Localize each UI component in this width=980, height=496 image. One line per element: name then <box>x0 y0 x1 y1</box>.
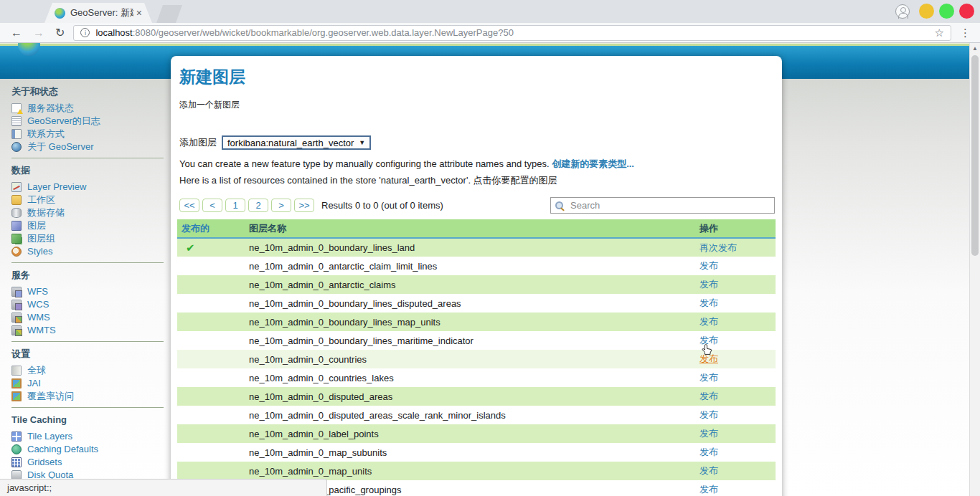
table-row[interactable]: ne_10m_admin_0_disputed_areas_scale_rank… <box>177 406 776 424</box>
page-info-icon[interactable]: i <box>80 28 90 37</box>
pager-button[interactable]: > <box>271 199 291 212</box>
browser-menu-icon[interactable]: ⋮ <box>960 27 971 39</box>
table-row[interactable]: ne_10m_admin_0_label_points 发布 <box>177 424 776 443</box>
sidebar-item[interactable]: 关于 GeoServer <box>11 140 164 153</box>
sidebar-item-label: 图层组 <box>27 232 55 245</box>
publish-link[interactable]: 发布 <box>699 465 718 476</box>
address-bar[interactable]: i localhost :8080/geoserver/web/wicket/b… <box>73 25 951 41</box>
sidebar-item[interactable]: WMS <box>11 311 164 324</box>
table-row[interactable]: ✔ ne_10m_admin_0_boundary_lines_land 再次发… <box>177 238 776 257</box>
store-select[interactable]: forkibana:natural_earth_vector ▼ <box>222 135 371 150</box>
page-title: 新建图层 <box>179 66 776 88</box>
sidebar-item[interactable]: Styles <box>11 245 164 258</box>
table-row[interactable]: ne_10m_admin_0_antarctic_claim_limit_lin… <box>177 257 776 275</box>
table-row[interactable]: ne_10m_admin_0_antarctic_claims 发布 <box>177 275 776 294</box>
pager-button[interactable]: >> <box>294 199 314 212</box>
tab-close-icon[interactable]: × <box>136 7 142 19</box>
sidebar-section-title: 数据 <box>11 163 164 178</box>
search-box[interactable] <box>550 197 775 214</box>
sidebar-item[interactable]: Tile Layers <box>11 430 164 443</box>
styles-icon <box>11 247 22 257</box>
gridsets-icon <box>11 457 22 467</box>
page-scrollbar[interactable]: ▲ <box>969 43 980 496</box>
layers-table: 发布的 图层名称 操作 ✔ ne_10m_admin_0_boundary_li… <box>177 219 776 496</box>
table-row[interactable]: ne_10m_admin_0_countries 发布 <box>177 350 776 368</box>
bookmark-star-icon[interactable]: ☆ <box>935 27 944 39</box>
sidebar-item-label: 服务器状态 <box>27 102 74 115</box>
create-feature-type-link[interactable]: 创建新的要素类型... <box>552 158 634 169</box>
column-header-published[interactable]: 发布的 <box>177 219 245 238</box>
window-close-button[interactable] <box>959 4 974 19</box>
sidebar-item[interactable]: Caching Defaults <box>11 443 164 456</box>
wms-icon <box>11 313 22 323</box>
published-check-icon <box>182 353 186 366</box>
publish-link[interactable]: 发布 <box>699 353 718 364</box>
sidebar-item[interactable]: 服务器状态 <box>11 102 164 115</box>
add-layer-label: 添加图层 <box>179 136 217 149</box>
column-header-action: 操作 <box>695 219 776 238</box>
scrollbar-up-icon[interactable]: ▲ <box>970 43 980 54</box>
geoserver-page: 关于和状态 服务器状态 GeoServer的日志 联系方式 关于 GeoServ… <box>0 43 980 496</box>
layer-groups-icon <box>11 234 22 244</box>
publish-link[interactable]: 发布 <box>699 409 718 420</box>
publish-link[interactable]: 发布 <box>699 316 718 327</box>
pager-button[interactable]: << <box>179 199 199 212</box>
publish-link[interactable]: 发布 <box>699 447 718 457</box>
sidebar-section-title: 设置 <box>11 347 164 361</box>
scrollbar-thumb[interactable] <box>971 55 979 256</box>
publish-link[interactable]: 再次发布 <box>699 242 737 253</box>
pager-button[interactable]: 1 <box>225 199 245 212</box>
publish-link[interactable]: 发布 <box>699 391 718 401</box>
sidebar-item[interactable]: WFS <box>11 285 164 298</box>
sidebar-item-label: Layer Preview <box>27 181 86 194</box>
sidebar-item[interactable]: 覆盖率访问 <box>11 390 164 403</box>
sidebar-section: 设置 全球 JAI 覆盖率访问 <box>11 347 164 408</box>
browser-tab[interactable]: GeoServer: 新建图 × <box>44 3 152 23</box>
publish-link[interactable]: 发布 <box>699 297 718 308</box>
sidebar-divider <box>11 341 164 342</box>
publish-link[interactable]: 发布 <box>699 279 718 290</box>
sidebar-item[interactable]: Layer Preview <box>11 181 164 194</box>
url-host: localhost <box>95 27 132 38</box>
sidebar-item[interactable]: JAI <box>11 377 164 390</box>
sidebar-item-label: 工作区 <box>27 194 55 206</box>
published-check-icon <box>182 316 186 328</box>
back-icon[interactable]: ← <box>11 27 22 39</box>
sidebar-item[interactable]: WCS <box>11 298 164 311</box>
table-row[interactable]: ne_10m_admin_0_disputed_areas 发布 <box>177 387 776 406</box>
search-input[interactable] <box>569 199 770 211</box>
profile-avatar-icon[interactable] <box>895 4 910 19</box>
publish-link[interactable]: 发布 <box>699 484 718 495</box>
sidebar-item[interactable]: WMTS <box>11 324 164 337</box>
published-check-icon <box>182 409 186 421</box>
window-maximize-button[interactable] <box>939 4 954 19</box>
pager-row: <<<12>>> Results 0 to 0 (out of 0 items) <box>179 197 776 214</box>
table-row[interactable]: ne_10m_admin_0_boundary_lines_maritime_i… <box>177 331 776 350</box>
table-row[interactable]: ne_10m_admin_0_map_units 发布 <box>177 462 776 480</box>
pager-button[interactable]: < <box>202 199 222 212</box>
new-tab-button[interactable] <box>156 5 182 23</box>
publish-link[interactable]: 发布 <box>699 335 718 345</box>
sidebar-item[interactable]: 联系方式 <box>11 128 164 140</box>
wcs-icon <box>11 300 22 310</box>
table-row[interactable]: ne_10m_admin_0_map_subunits 发布 <box>177 443 776 462</box>
window-minimize-button[interactable] <box>919 4 934 19</box>
sidebar-item[interactable]: 全球 <box>11 364 164 377</box>
publish-link[interactable]: 发布 <box>699 428 718 439</box>
wfs-icon <box>11 287 22 297</box>
layer-name: ne_10m_admin_0_map_subunits <box>249 447 387 458</box>
sidebar-item[interactable]: 数据存储 <box>11 206 164 219</box>
table-row[interactable]: ne_10m_admin_0_countries_lakes 发布 <box>177 368 776 387</box>
published-check-icon: ✔ <box>182 242 195 254</box>
sidebar-item[interactable]: 图层 <box>11 219 164 232</box>
reload-icon[interactable]: ↻ <box>55 27 65 39</box>
pager-button[interactable]: 2 <box>248 199 268 212</box>
sidebar-item[interactable]: 工作区 <box>11 194 164 206</box>
table-row[interactable]: ne_10m_admin_0_boundary_lines_map_units … <box>177 313 776 331</box>
sidebar-item[interactable]: Gridsets <box>11 456 164 469</box>
table-row[interactable]: ne_10m_admin_0_boundary_lines_disputed_a… <box>177 294 776 313</box>
publish-link[interactable]: 发布 <box>699 260 718 271</box>
sidebar-item[interactable]: GeoServer的日志 <box>11 115 164 128</box>
sidebar-item[interactable]: 图层组 <box>11 232 164 245</box>
publish-link[interactable]: 发布 <box>699 372 718 383</box>
